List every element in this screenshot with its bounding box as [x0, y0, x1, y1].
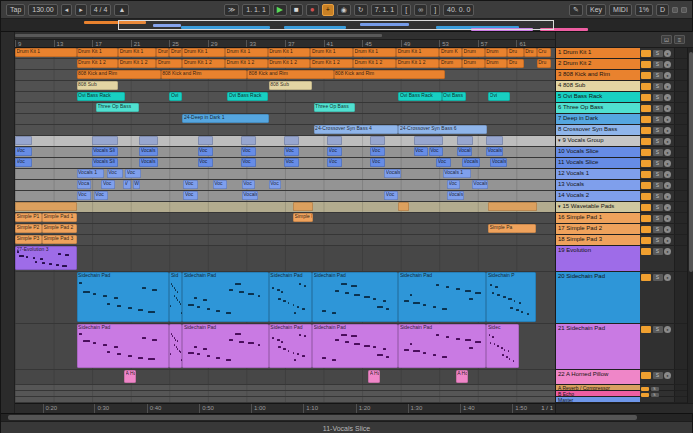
- track-name-area[interactable]: 16 Simple Pad 1: [556, 213, 640, 223]
- track-header-18[interactable]: 18 Simple Pad 3S●: [556, 235, 693, 246]
- clip[interactable]: Voc: [241, 147, 256, 156]
- clip[interactable]: Drum Kit 1 2: [310, 59, 353, 68]
- clip[interactable]: Voc: [183, 191, 197, 200]
- solo-button[interactable]: S: [653, 149, 663, 156]
- clip[interactable]: Voc: [15, 158, 32, 167]
- clip[interactable]: Simple P1: [15, 213, 42, 222]
- clip[interactable]: 808 Kick and Rim: [334, 70, 445, 79]
- solo-button[interactable]: S: [653, 50, 663, 57]
- loop-start-display[interactable]: 7. 1. 1: [371, 4, 398, 16]
- clip[interactable]: Ovi Bass Rack: [77, 92, 126, 101]
- track-header-17[interactable]: 17 Simple Pad 2S●: [556, 224, 693, 235]
- solo-button[interactable]: S: [653, 237, 663, 244]
- punch-out-button[interactable]: ]: [430, 4, 440, 16]
- clip[interactable]: Vocals 1: [443, 169, 471, 178]
- track-lane-9[interactable]: [15, 136, 555, 147]
- track-name-area[interactable]: 1 Drum Kit 1: [556, 48, 640, 58]
- solo-button[interactable]: S: [651, 387, 659, 391]
- track-header-2[interactable]: 2 Drum Kit 2S●: [556, 59, 693, 70]
- clip[interactable]: Simple P3: [15, 235, 42, 244]
- clip[interactable]: Voc: [284, 147, 299, 156]
- clip[interactable]: [370, 136, 385, 145]
- clip[interactable]: Sidechain Pad: [182, 272, 268, 322]
- midi-map-button[interactable]: MIDI: [609, 4, 632, 16]
- track-name-area[interactable]: 12 Vocals 1: [556, 169, 640, 179]
- vertical-scrollbar[interactable]: [687, 48, 693, 403]
- track-lane-3[interactable]: 808 Kick and Rim808 Kick and Rim808 Kick…: [15, 70, 555, 81]
- draw-mode-icon[interactable]: ✎: [569, 4, 583, 16]
- unfold-icon[interactable]: ▾: [558, 203, 561, 210]
- track-header-16[interactable]: 16 Simple Pad 1S●: [556, 213, 693, 224]
- nudge-down-icon[interactable]: ◂: [61, 4, 73, 16]
- track-header-3[interactable]: 3 808 Kick and RimS●: [556, 70, 693, 81]
- track-lane-13[interactable]: VocaVocVWVocVocVocVocVocVocals: [15, 180, 555, 191]
- time-ruler[interactable]: 1 / 1 0:200:300:400:501:001:101:201:301:…: [15, 403, 555, 413]
- clip[interactable]: Voc: [384, 191, 398, 200]
- solo-button[interactable]: S: [653, 83, 663, 90]
- unfold-icon[interactable]: ▾: [558, 137, 561, 144]
- track-activator-button[interactable]: [641, 94, 651, 101]
- solo-button[interactable]: S: [653, 372, 663, 379]
- reenable-automation-button[interactable]: ↻: [354, 4, 368, 16]
- clip[interactable]: Sidechain Pad: [182, 324, 268, 368]
- track-lane-2[interactable]: Drum Kit 1 2Drum Kit 1 2DrumDrum Kit 1 2…: [15, 59, 555, 70]
- arm-button[interactable]: ●: [664, 127, 671, 134]
- clip[interactable]: Drum Kit 1: [310, 48, 353, 57]
- arm-button[interactable]: ●: [664, 149, 671, 156]
- clip[interactable]: Drum Kit 1 2: [77, 59, 119, 68]
- solo-button[interactable]: S: [653, 226, 663, 233]
- clip[interactable]: Voc: [125, 169, 141, 178]
- track-lane-10[interactable]: VocVocals SliVocalsVocVocVocVocVocVocVoc…: [15, 147, 555, 158]
- track-header-7[interactable]: 7 Deep in DarkS●: [556, 114, 693, 125]
- metronome-icon[interactable]: ▲: [114, 4, 129, 16]
- clip[interactable]: 808 Sub: [269, 81, 312, 90]
- track-activator-button[interactable]: [641, 138, 651, 145]
- track-lane-5[interactable]: Ovi Bass RackOviOvi Bass RackOvi Bass Ra…: [15, 92, 555, 103]
- track-activator-button[interactable]: [641, 83, 651, 90]
- tap-tempo-button[interactable]: Tap: [6, 4, 25, 16]
- arm-button[interactable]: ●: [664, 182, 671, 189]
- clip[interactable]: Voc: [183, 180, 197, 189]
- clip[interactable]: Vocals: [447, 191, 464, 200]
- loop-brace[interactable]: [15, 34, 382, 37]
- clip[interactable]: Vocals: [472, 180, 488, 189]
- clip[interactable]: Drum Kit 1 2: [225, 59, 268, 68]
- clip[interactable]: Voc: [436, 158, 451, 167]
- clip[interactable]: 27-Evolution 3: [15, 246, 77, 270]
- clip[interactable]: Drum Kit 1: [353, 48, 396, 57]
- clip[interactable]: Vocals: [139, 158, 157, 167]
- track-header-19[interactable]: 19 EvolutionS●: [556, 246, 693, 272]
- track-lane-8[interactable]: 24-Crossover Syn Bass 424-Crossover Syn …: [15, 125, 555, 136]
- clip[interactable]: [488, 202, 537, 211]
- track-lane-4[interactable]: 808 Sub808 Sub: [15, 81, 555, 92]
- clip[interactable]: Voc: [15, 147, 32, 156]
- arm-button[interactable]: ●: [664, 160, 671, 167]
- clip[interactable]: Sidechain Pad: [398, 272, 486, 322]
- clip[interactable]: [198, 136, 213, 145]
- arm-button[interactable]: ●: [664, 72, 671, 79]
- track-name-area[interactable]: 10 Vocals Slice: [556, 147, 640, 157]
- clip[interactable]: Voc: [198, 147, 213, 156]
- solo-button[interactable]: S: [653, 182, 663, 189]
- solo-button[interactable]: S: [653, 116, 663, 123]
- clip[interactable]: [15, 202, 77, 211]
- clip[interactable]: Vocals: [490, 158, 507, 167]
- arm-button[interactable]: ●: [664, 83, 671, 90]
- track-header-11[interactable]: 11 Vocals SliceS●: [556, 158, 693, 169]
- clip[interactable]: Drum Kit 1: [118, 48, 156, 57]
- clip[interactable]: Dru: [524, 48, 537, 57]
- solo-button[interactable]: S: [653, 72, 663, 79]
- track-name-area[interactable]: 13 Vocals: [556, 180, 640, 190]
- clip[interactable]: Voc: [447, 180, 460, 189]
- track-lane-15[interactable]: [15, 202, 555, 213]
- solo-button[interactable]: S: [653, 94, 663, 101]
- clip[interactable]: Vocals: [457, 147, 472, 156]
- arm-button[interactable]: ●: [664, 171, 671, 178]
- track-lane-14[interactable]: VocVocVocVocalsVocVocals: [15, 191, 555, 202]
- track-activator-button[interactable]: [641, 127, 651, 134]
- arm-button[interactable]: ●: [664, 226, 671, 233]
- loop-length-display[interactable]: 40. 0. 0: [443, 4, 474, 16]
- beat-ruler[interactable]: 91317212529333741454953576165: [15, 40, 555, 48]
- track-header-6[interactable]: 6 Three Op BassS●: [556, 103, 693, 114]
- clip[interactable]: A Ho: [368, 370, 380, 383]
